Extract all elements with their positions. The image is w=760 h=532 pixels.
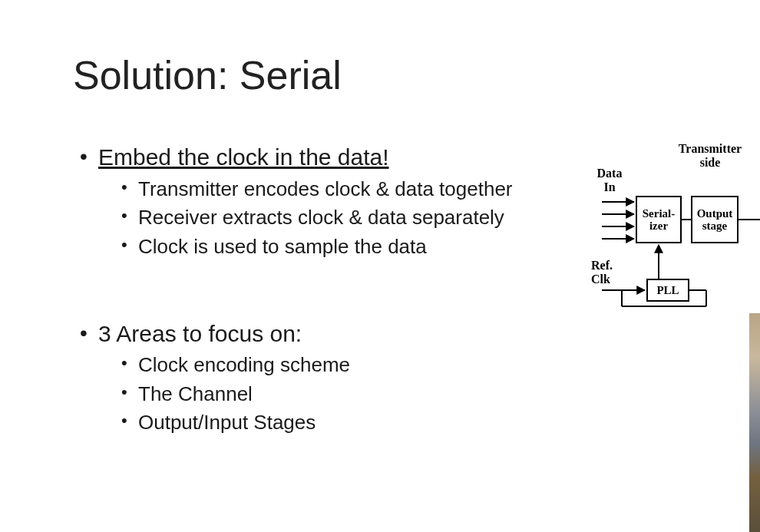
block-diagram: Transmitter side Data In Ref. Clk Serial…: [591, 142, 760, 319]
bullet-sub-2a: Clock encoding scheme: [120, 351, 568, 380]
bullet-main-2: 3 Areas to focus on: Clock encoding sche…: [77, 319, 568, 438]
bullet-sub-1c: Clock is used to sample the data: [120, 233, 568, 262]
bullet-main-1-text: Embed the clock in the data!: [98, 144, 389, 170]
bullet-sub-list-1: Transmitter encodes clock & data togethe…: [98, 175, 568, 262]
bullet-sub-1b: Receiver extracts clock & data separatel…: [120, 203, 568, 233]
bullet-sub-2b: The Channel: [120, 380, 568, 409]
bullet-sub-1a: Transmitter encodes clock & data togethe…: [120, 175, 568, 204]
bullet-sub-list-2: Clock encoding scheme The Channel Output…: [98, 351, 568, 438]
slide-body: Embed the clock in the data! Transmitter…: [77, 142, 568, 441]
bullet-main-2-text: 3 Areas to focus on:: [98, 321, 302, 346]
webcam-sliver: [749, 313, 760, 532]
bullet-list-2: 3 Areas to focus on: Clock encoding sche…: [77, 319, 568, 438]
bullet-list: Embed the clock in the data! Transmitter…: [77, 142, 568, 262]
slide-title: Solution: Serial: [73, 52, 342, 98]
bullet-sub-2c: Output/Input Stages: [120, 408, 568, 438]
bullet-main-1: Embed the clock in the data! Transmitter…: [77, 142, 568, 262]
spacer: [77, 265, 568, 319]
diagram-wires: [591, 142, 760, 319]
slide: Solution: Serial Embed the clock in the …: [0, 0, 760, 532]
